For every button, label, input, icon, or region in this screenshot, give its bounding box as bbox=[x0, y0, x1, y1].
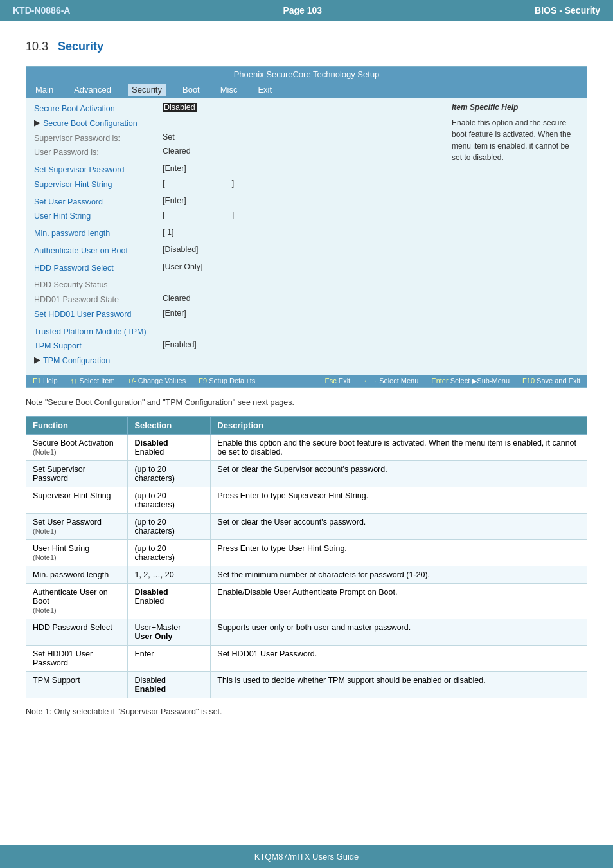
table-cell-description: Set or clear the User account's password… bbox=[211, 513, 587, 539]
value-auth-user-boot: [Disabled] bbox=[163, 245, 199, 254]
bios-row-user-pw-status: User Password is: Cleared bbox=[34, 147, 437, 159]
table-cell-description: This is used to decide whether TPM suppo… bbox=[211, 671, 587, 698]
bios-body: Secure Boot Activation Disabled ▶ Secure… bbox=[26, 98, 587, 375]
function-table: Function Selection Description Secure Bo… bbox=[26, 416, 587, 698]
arrow-icon: ▶ bbox=[34, 118, 40, 127]
bios-row-set-supervisor-pw: Set Supervisor Password [Enter] bbox=[34, 164, 437, 176]
header-center: Page 103 bbox=[283, 5, 322, 15]
table-row: HDD Password SelectUser+MasterUser OnlyS… bbox=[26, 619, 587, 645]
key-arrows-lr: ←→ Select Menu bbox=[363, 377, 418, 385]
note2: Note 1: Only selectable if "Supervisor P… bbox=[26, 707, 587, 716]
bios-menu-boot[interactable]: Boot bbox=[179, 84, 204, 96]
value-supervisor-pw-status: Set bbox=[163, 132, 175, 141]
bios-row-supervisor-hint: Supervisor Hint String [ ] bbox=[34, 179, 437, 191]
table-row: Set HDD01 User PasswordEnterSet HDD01 Us… bbox=[26, 645, 587, 671]
table-cell-description: Set HDD01 User Password. bbox=[211, 645, 587, 671]
bios-row-set-hdd01-pw: Set HDD01 User Password [Enter] bbox=[34, 309, 437, 321]
key-esc: Esc Exit bbox=[324, 377, 350, 385]
key-f1: F1 Help bbox=[33, 377, 58, 385]
value-tpm-support: [Enabled] bbox=[163, 340, 197, 349]
table-cell-selection: DisabledEnabled bbox=[128, 434, 211, 460]
header-bar: KTD-N0886-A Page 103 BIOS - Security bbox=[0, 0, 613, 21]
col-header-description: Description bbox=[211, 416, 587, 434]
bios-row-hdd-pw-select: HDD Password Select [User Only] bbox=[34, 262, 437, 275]
bios-footer: F1 Help ↑↓ Select Item +/- Change Values… bbox=[26, 375, 587, 387]
table-cell-function: Set User Password(Note1) bbox=[26, 513, 128, 539]
label-supervisor-hint: Supervisor Hint String bbox=[34, 179, 163, 191]
table-cell-description: Press Enter to type Supervisor Hint Stri… bbox=[211, 487, 587, 513]
footer-text: KTQM87/mITX Users Guide bbox=[254, 852, 359, 862]
table-row: TPM SupportDisabledEnabledThis is used t… bbox=[26, 671, 587, 698]
table-cell-selection: DisabledEnabled bbox=[128, 671, 211, 698]
label-supervisor-pw-status: Supervisor Password is: bbox=[34, 132, 163, 145]
label-tpm: Trusted Platform Module (TPM) bbox=[34, 326, 163, 338]
table-row: Supervisor Hint String(up to 20 characte… bbox=[26, 487, 587, 513]
bios-row-min-pw-length: Min. password length [ 1] bbox=[34, 228, 437, 240]
table-cell-description: Set or clear the Supervisor account's pa… bbox=[211, 460, 587, 487]
label-tpm-support: TPM Support bbox=[34, 340, 163, 352]
value-user-hint: [ ] bbox=[163, 210, 234, 219]
main-content: 10.3 Security Phoenix SecureCore Technol… bbox=[0, 21, 613, 738]
section-title: 10.3 Security bbox=[26, 40, 587, 53]
section-heading: Security bbox=[58, 40, 103, 53]
label-min-pw-length: Min. password length bbox=[34, 228, 163, 240]
label-hdd-pw-select: HDD Password Select bbox=[34, 262, 163, 275]
help-title: Item Specific Help bbox=[452, 103, 580, 112]
value-hdd01-pw-state: Cleared bbox=[163, 294, 191, 303]
bios-menu-misc[interactable]: Misc bbox=[217, 84, 242, 96]
table-cell-description: Press Enter to type User Hint String. bbox=[211, 539, 587, 566]
value-min-pw-length: [ 1] bbox=[163, 228, 173, 237]
label-hdd-security-status: HDD Security Status bbox=[34, 279, 163, 291]
table-row: Min. password length1, 2, …, 20Set the m… bbox=[26, 566, 587, 583]
bios-footer-left: F1 Help ↑↓ Select Item +/- Change Values… bbox=[33, 377, 255, 385]
section-number: 10.3 bbox=[26, 40, 48, 53]
table-cell-function: TPM Support bbox=[26, 671, 128, 698]
bios-row-secure-boot-activation: Secure Boot Activation Disabled bbox=[34, 103, 437, 115]
table-cell-selection: (up to 20 characters) bbox=[128, 513, 211, 539]
bios-left-panel: Secure Boot Activation Disabled ▶ Secure… bbox=[26, 98, 445, 375]
value-set-user-pw: [Enter] bbox=[163, 196, 186, 205]
label-secure-boot-config: Secure Boot Configuration bbox=[43, 118, 172, 130]
bios-row-secure-boot-config: ▶ Secure Boot Configuration bbox=[34, 118, 437, 130]
bios-footer-right: Esc Exit ←→ Select Menu Enter Select ▶Su… bbox=[324, 377, 580, 385]
table-cell-description: Set the minimum number of characters for… bbox=[211, 566, 587, 583]
header-right: BIOS - Security bbox=[535, 5, 600, 15]
bios-menu-main[interactable]: Main bbox=[31, 84, 57, 96]
label-tpm-config: TPM Configuration bbox=[43, 355, 172, 367]
arrow-tpm-icon: ▶ bbox=[34, 355, 40, 365]
key-arrows-ud: ↑↓ Select Item bbox=[71, 377, 115, 385]
label-hdd01-pw-state: HDD01 Password State bbox=[34, 294, 163, 306]
table-row: User Hint String(Note1)(up to 20 charact… bbox=[26, 539, 587, 566]
table-cell-description: Enable/Disable User Authenticate Prompt … bbox=[211, 583, 587, 619]
value-secure-boot-activation: Disabled bbox=[163, 103, 197, 112]
table-cell-function: HDD Password Select bbox=[26, 619, 128, 645]
table-cell-selection: (up to 20 characters) bbox=[128, 539, 211, 566]
table-row: Set Supervisor Password(up to 20 charact… bbox=[26, 460, 587, 487]
table-cell-function: User Hint String(Note1) bbox=[26, 539, 128, 566]
bios-row-supervisor-pw-status: Supervisor Password is: Set bbox=[34, 132, 437, 145]
label-user-hint: User Hint String bbox=[34, 210, 163, 222]
label-set-user-pw: Set User Password bbox=[34, 196, 163, 208]
label-user-pw-status: User Password is: bbox=[34, 147, 163, 159]
label-secure-boot-activation: Secure Boot Activation bbox=[34, 103, 163, 115]
table-cell-description: Enable this option and the secure boot f… bbox=[211, 434, 587, 460]
bios-menu-bar: Main Advanced Security Boot Misc Exit bbox=[26, 82, 587, 98]
table-cell-function: Secure Boot Activation(Note1) bbox=[26, 434, 128, 460]
key-f10: F10 Save and Exit bbox=[522, 377, 580, 385]
key-f9: F9 Setup Defaults bbox=[199, 377, 255, 385]
table-cell-function: Set HDD01 User Password bbox=[26, 645, 128, 671]
col-header-function: Function bbox=[26, 416, 128, 434]
bios-row-hdd-security-status: HDD Security Status bbox=[34, 279, 437, 291]
label-auth-user-boot: Authenticate User on Boot bbox=[34, 245, 163, 257]
help-text: Enable this option and the secure boot f… bbox=[452, 117, 580, 163]
bios-menu-exit[interactable]: Exit bbox=[254, 84, 276, 96]
table-cell-function: Authenticate User on Boot(Note1) bbox=[26, 583, 128, 619]
col-header-selection: Selection bbox=[128, 416, 211, 434]
note1: Note "Secure Boot Configuration" and "TP… bbox=[26, 398, 587, 407]
bios-menu-advanced[interactable]: Advanced bbox=[70, 84, 115, 96]
label-set-supervisor-pw: Set Supervisor Password bbox=[34, 164, 163, 176]
value-user-pw-status: Cleared bbox=[163, 147, 191, 156]
table-row: Authenticate User on Boot(Note1)Disabled… bbox=[26, 583, 587, 619]
bios-row-user-hint: User Hint String [ ] bbox=[34, 210, 437, 222]
bios-menu-security[interactable]: Security bbox=[128, 84, 166, 96]
